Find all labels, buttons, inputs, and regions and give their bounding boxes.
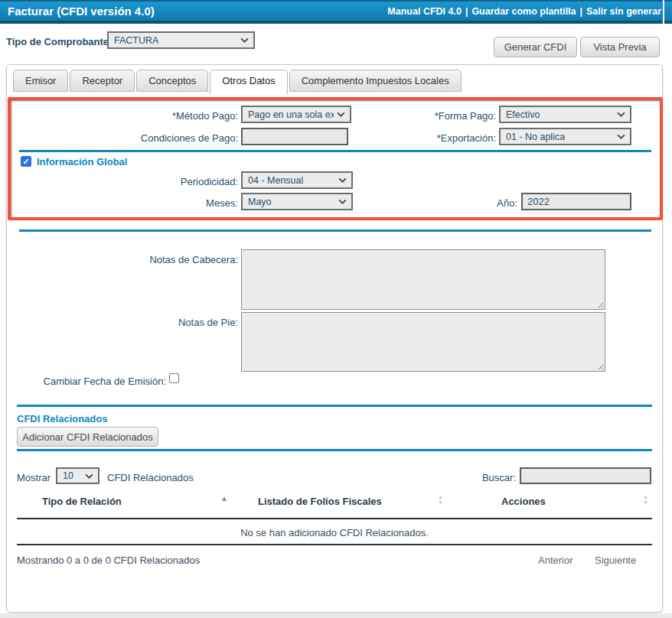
exportacion-label: *Exportación:: [387, 129, 496, 147]
mostrar-suffix-label: CFDI Relacionados: [107, 469, 194, 486]
table-divider: [17, 518, 652, 519]
link-salir-sin-generar[interactable]: Salir sin generar: [586, 6, 661, 17]
anio-label: Año:: [459, 194, 517, 212]
meses-label: Meses:: [138, 194, 238, 212]
forma-pago-label: *Forma Pago:: [387, 107, 496, 125]
divider: [17, 449, 652, 451]
periodicidad-label: Periodicidad:: [138, 173, 238, 190]
metodo-pago-select[interactable]: Pago en una sola exhibició: [241, 106, 351, 123]
page-bottom-strip: [0, 613, 672, 618]
cambiar-fecha-label: Cambiar Fecha de Emisión:: [23, 372, 166, 390]
notas-pie-textarea[interactable]: [241, 312, 605, 372]
notas-pie-label: Notas de Pie:: [107, 314, 238, 331]
link-separator: |: [580, 6, 583, 17]
pagination-summary: Mostrando 0 a 0 de 0 CFDI Relacionados: [17, 555, 200, 566]
tab-conceptos[interactable]: Conceptos: [136, 70, 208, 92]
divider: [19, 229, 651, 232]
tab-strip: Emisor Receptor Conceptos Otros Datos Co…: [13, 70, 462, 94]
top-bar: Facturar (CFDI versión 4.0) Manual CFDI …: [0, 0, 672, 24]
sort-both-icon[interactable]: ▲ ▼: [643, 494, 648, 505]
vista-previa-button[interactable]: Vista Previa: [580, 37, 660, 57]
mostrar-label: Mostrar: [17, 469, 51, 486]
chevron-down-icon: [338, 199, 347, 204]
facturar-page: Facturar (CFDI versión 4.0) Manual CFDI …: [0, 0, 672, 618]
generar-cfdi-button[interactable]: Generar CFDI: [494, 37, 577, 57]
anio-input[interactable]: [521, 193, 631, 210]
adicionar-cfdi-button[interactable]: Adicionar CFDI Relacionados: [17, 427, 158, 447]
top-links: Manual CFDI 4.0 | Guardar como plantilla…: [387, 6, 661, 17]
sort-asc-icon[interactable]: ▲: [220, 495, 228, 503]
chevron-down-icon: [240, 37, 249, 43]
mostrar-select[interactable]: 10: [56, 467, 99, 484]
link-guardar-plantilla[interactable]: Guardar como plantilla: [471, 6, 576, 17]
tipo-comprobante-label: Tipo de Comprobante:: [6, 33, 112, 50]
siguiente-button[interactable]: Siguiente: [595, 555, 636, 566]
link-separator: |: [465, 6, 468, 17]
sort-both-icon[interactable]: ▲ ▼: [438, 494, 443, 505]
tab-receptor[interactable]: Receptor: [70, 70, 135, 92]
link-manual-cfdi[interactable]: Manual CFDI 4.0: [387, 6, 462, 17]
chevron-down-icon: [85, 473, 93, 479]
cfdi-relacionados-heading: CFDI Relacionados: [17, 413, 107, 424]
column-header-tipo-relacion[interactable]: Tipo de Relación: [42, 496, 122, 507]
periodicidad-select[interactable]: 04 - Mensual: [241, 171, 353, 189]
notas-cabecera-textarea[interactable]: [241, 249, 605, 310]
table-empty-message: No se han adicionado CFDI Relacionados.: [17, 527, 652, 538]
cambiar-fecha-checkbox[interactable]: ✓: [169, 373, 179, 383]
forma-pago-select[interactable]: Efectivo: [499, 106, 631, 123]
metodo-pago-label: *Método Pago:: [115, 107, 238, 125]
tipo-comprobante-select[interactable]: FACTURA: [107, 31, 255, 49]
condiciones-pago-input[interactable]: [241, 128, 348, 145]
tab-emisor[interactable]: Emisor: [13, 70, 68, 92]
table-divider: [17, 544, 652, 545]
tab-otros-datos[interactable]: Otros Datos: [210, 70, 287, 94]
chevron-down-icon: [338, 177, 347, 183]
chevron-down-icon: [337, 112, 345, 117]
column-header-folios-fiscales[interactable]: Listado de Folios Fiscales: [258, 496, 382, 507]
page-title: Facturar (CFDI versión 4.0): [8, 5, 155, 18]
divider: [17, 405, 652, 407]
column-header-acciones[interactable]: Acciones: [501, 496, 546, 507]
informacion-global-heading: Información Global: [37, 156, 127, 168]
buscar-label: Buscar:: [459, 469, 516, 486]
anterior-button[interactable]: Anterior: [538, 555, 573, 566]
meses-select[interactable]: Mayo: [241, 193, 353, 210]
tab-complemento-impuestos-locales[interactable]: Complemento Impuestos Locales: [289, 70, 462, 92]
check-icon: ✓: [22, 158, 29, 166]
informacion-global-checkbox[interactable]: ✓: [21, 156, 31, 167]
exportacion-select[interactable]: 01 - No aplica: [499, 128, 631, 145]
notas-cabecera-label: Notas de Cabecera:: [107, 251, 238, 268]
divider: [19, 150, 651, 152]
buscar-input[interactable]: [520, 467, 651, 484]
chevron-down-icon: [617, 112, 625, 117]
scrollbar-notch: [663, 0, 664, 24]
condiciones-pago-label: Condiciones de Pago:: [115, 129, 238, 147]
chevron-down-icon: [617, 134, 625, 139]
